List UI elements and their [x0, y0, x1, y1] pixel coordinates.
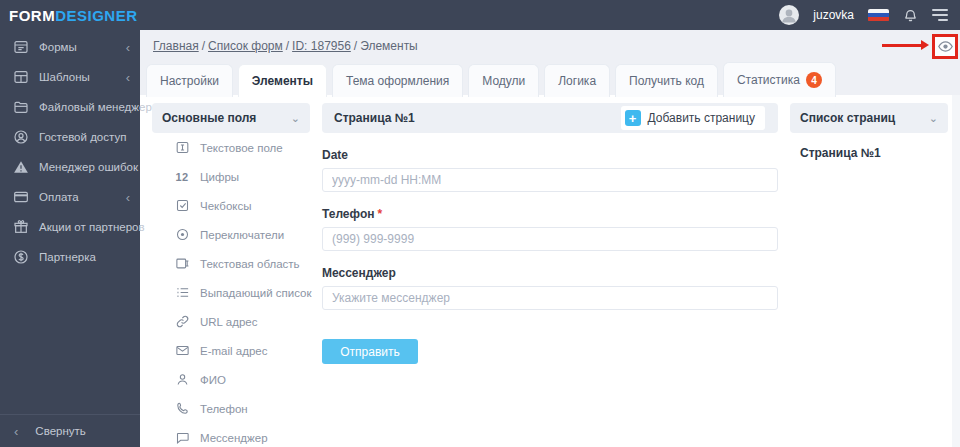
- palette-item-label: Выпадающий список: [200, 287, 312, 299]
- chevron-left-icon: ‹: [126, 191, 130, 204]
- tab-theme[interactable]: Тема оформления: [332, 64, 463, 97]
- annotation-arrow: [882, 43, 929, 48]
- app-logo[interactable]: FORMDESIGNER: [9, 7, 138, 24]
- annotation-highlight-box: [932, 34, 958, 59]
- palette-item-checkboxes[interactable]: Чекбоксы: [152, 191, 310, 220]
- messenger-input[interactable]: [322, 286, 778, 310]
- notifications-bell-icon[interactable]: [903, 8, 918, 23]
- form-field-date[interactable]: Date: [322, 148, 778, 192]
- basic-fields-header[interactable]: Основные поля ⌄: [152, 103, 310, 133]
- breadcrumb-current: Элементы: [360, 39, 418, 53]
- radio-icon: [174, 227, 190, 243]
- pages-list-panel: Список страниц ⌄ Страница №1: [790, 103, 948, 160]
- sidebar-item-affiliate[interactable]: Партнерка: [0, 242, 140, 272]
- sidebar-item-label: Формы: [39, 41, 77, 53]
- tab-logic[interactable]: Логика: [544, 64, 610, 97]
- tab-label: Элементы: [252, 74, 313, 88]
- field-label: Date: [322, 148, 778, 162]
- palette-item-label: Текстовая область: [200, 258, 300, 270]
- collapse-label: Свернуть: [35, 425, 85, 437]
- pages-list-item[interactable]: Страница №1: [790, 133, 948, 160]
- palette-item-url[interactable]: URL адрес: [152, 307, 310, 336]
- sidebar-item-label: Шаблоны: [39, 71, 90, 83]
- chevron-left-icon: ‹: [126, 41, 130, 54]
- person-icon: [174, 372, 190, 388]
- vertical-scrollbar[interactable]: [952, 95, 960, 447]
- tab-label: Настройки: [160, 74, 219, 88]
- breadcrumb-link-forms-list[interactable]: Список форм: [208, 39, 283, 53]
- file-manager-icon: [13, 99, 29, 115]
- tab-get-code[interactable]: Получить код: [615, 64, 718, 97]
- sidebar-item-partner-promos[interactable]: Акции от партнеров: [0, 212, 140, 242]
- breadcrumb-separator: /: [202, 39, 205, 53]
- palette-item-numbers[interactable]: 12 Цифры: [152, 162, 310, 191]
- field-label: Телефон*: [322, 207, 778, 221]
- palette-item-radios[interactable]: Переключатели: [152, 220, 310, 249]
- field-label: Мессенджер: [322, 266, 778, 280]
- forms-icon: [13, 39, 29, 55]
- field-palette-list: Текстовое поле 12 Цифры Чекбоксы: [152, 133, 310, 447]
- palette-item-label: ФИО: [200, 374, 226, 386]
- sidebar-item-error-manager[interactable]: Менеджер ошибок: [0, 152, 140, 182]
- tab-label: Получить код: [629, 74, 704, 88]
- hamburger-menu-icon[interactable]: [932, 9, 948, 21]
- sidebar-item-forms[interactable]: Формы ‹: [0, 32, 140, 62]
- palette-item-dropdown[interactable]: Выпадающий список: [152, 278, 310, 307]
- sidebar-collapse-button[interactable]: ‹ Свернуть: [0, 414, 140, 447]
- required-marker: *: [377, 207, 382, 221]
- breadcrumb-separator: /: [286, 39, 289, 53]
- dollar-circle-icon: [13, 249, 29, 265]
- form-preview: Date Телефон* Мессенджер Отправить: [322, 133, 778, 364]
- palette-item-textarea[interactable]: Текстовая область: [152, 249, 310, 278]
- tab-statistics[interactable]: Статистика 4: [723, 62, 836, 97]
- breadcrumb-link-home[interactable]: Главная: [153, 39, 199, 53]
- logo-form: FORM: [9, 7, 55, 24]
- palette-item-email[interactable]: E-mail адрес: [152, 336, 310, 365]
- email-icon: [174, 343, 190, 359]
- palette-item-fio[interactable]: ФИО: [152, 365, 310, 394]
- text-field-icon: [174, 140, 190, 156]
- plus-icon: +: [625, 110, 641, 126]
- breadcrumb-link-form-id[interactable]: ID: 187956: [292, 39, 351, 53]
- panel-title: Список страниц: [800, 111, 895, 125]
- sidebar-item-payment[interactable]: Оплата ‹: [0, 182, 140, 212]
- payment-icon: [13, 189, 29, 205]
- form-tabs: Настройки Элементы Тема оформления Модул…: [146, 62, 836, 97]
- page-canvas-header: Страница №1 + Добавить страницу: [322, 103, 778, 133]
- preview-eye-icon[interactable]: [937, 38, 954, 55]
- palette-item-label: Чекбоксы: [200, 200, 252, 212]
- gift-icon: [13, 219, 29, 235]
- language-flag-ru[interactable]: [868, 9, 889, 22]
- palette-item-label: E-mail адрес: [200, 345, 267, 357]
- tab-label: Статистика: [737, 73, 800, 87]
- palette-item-label: Мессенджер: [200, 432, 268, 444]
- tab-elements[interactable]: Элементы: [238, 64, 327, 97]
- phone-input[interactable]: [322, 227, 778, 251]
- tab-label: Тема оформления: [346, 74, 449, 88]
- logo-designer: DESIGNER: [55, 7, 137, 24]
- breadcrumb-separator: /: [354, 39, 357, 53]
- palette-item-text-field[interactable]: Текстовое поле: [152, 133, 310, 162]
- add-page-button[interactable]: + Добавить страницу: [621, 106, 765, 130]
- username-label[interactable]: juzovka: [813, 8, 854, 22]
- submit-button[interactable]: Отправить: [322, 339, 418, 364]
- sidebar-nav: Формы ‹ Шаблоны ‹ Файловый менеджер: [0, 30, 140, 447]
- add-page-label: Добавить страницу: [648, 111, 755, 125]
- form-field-phone[interactable]: Телефон*: [322, 207, 778, 251]
- tab-modules[interactable]: Модули: [468, 64, 539, 97]
- statistics-badge: 4: [806, 72, 822, 88]
- date-input[interactable]: [322, 168, 778, 192]
- pages-list-header[interactable]: Список страниц ⌄: [790, 103, 948, 133]
- sidebar-item-file-manager[interactable]: Файловый менеджер: [0, 92, 140, 122]
- header-right-cluster: juzovka: [779, 5, 960, 25]
- form-field-messenger[interactable]: Мессенджер: [322, 266, 778, 310]
- palette-item-label: Текстовое поле: [200, 142, 283, 154]
- sidebar-item-templates[interactable]: Шаблоны ‹: [0, 62, 140, 92]
- chevron-down-icon: ⌄: [291, 112, 300, 125]
- sidebar-item-label: Оплата: [39, 191, 79, 203]
- sidebar-item-guest-access[interactable]: Гостевой доступ: [0, 122, 140, 152]
- palette-item-phone[interactable]: Телефон: [152, 394, 310, 423]
- tab-settings[interactable]: Настройки: [146, 64, 233, 97]
- user-avatar[interactable]: [779, 5, 799, 25]
- palette-item-messenger[interactable]: Мессенджер: [152, 423, 310, 447]
